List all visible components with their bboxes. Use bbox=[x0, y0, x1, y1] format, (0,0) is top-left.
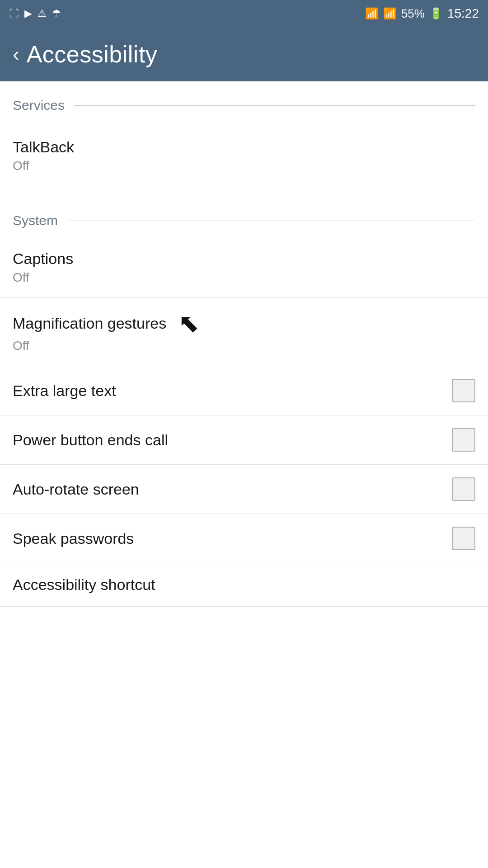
auto-rotate-checkbox[interactable] bbox=[452, 477, 475, 501]
extra-large-text-checkbox[interactable] bbox=[452, 379, 475, 402]
system-section-title: System bbox=[13, 213, 58, 228]
battery-icon: 🔋 bbox=[429, 7, 443, 20]
location-icon: ▶ bbox=[24, 8, 32, 19]
speak-passwords-title: Speak passwords bbox=[13, 530, 452, 547]
services-section-header: Services bbox=[0, 81, 488, 122]
power-button-title: Power button ends call bbox=[13, 431, 452, 449]
content: Services TalkBack Off System Captions Of… bbox=[0, 81, 488, 607]
services-section: Services TalkBack Off bbox=[0, 81, 488, 193]
gallery-icon: ⛶ bbox=[9, 8, 19, 19]
header: ‹ Accessibility bbox=[0, 27, 488, 81]
captions-item[interactable]: Captions Off bbox=[0, 237, 488, 298]
page-title: Accessibility bbox=[27, 41, 158, 68]
back-button[interactable]: ‹ bbox=[13, 44, 19, 64]
extra-large-text-title: Extra large text bbox=[13, 382, 452, 400]
talkback-content: TalkBack Off bbox=[13, 138, 475, 173]
talkback-item[interactable]: TalkBack Off bbox=[0, 122, 488, 189]
weather-icon: ☂ bbox=[52, 8, 61, 19]
status-bar-left-icons: ⛶ ▶ ⚠ ☂ bbox=[9, 8, 61, 19]
battery-percent: 55% bbox=[401, 7, 425, 21]
cursor-arrow-icon: ⬉ bbox=[178, 311, 199, 336]
extra-large-text-item[interactable]: Extra large text bbox=[0, 366, 488, 415]
power-button-item[interactable]: Power button ends call bbox=[0, 415, 488, 465]
speak-passwords-item[interactable]: Speak passwords bbox=[0, 514, 488, 563]
time: 15:22 bbox=[447, 6, 479, 21]
magnification-title-row: Magnification gestures ⬉ bbox=[13, 311, 475, 336]
signal-icon: 📶 bbox=[383, 7, 397, 20]
services-section-title: Services bbox=[13, 98, 65, 113]
magnification-subtitle: Off bbox=[13, 339, 475, 353]
accessibility-shortcut-content: Accessibility shortcut bbox=[13, 576, 475, 594]
speak-passwords-content: Speak passwords bbox=[13, 530, 452, 547]
shield-icon: ⚠ bbox=[38, 8, 47, 19]
system-section: System Captions Off Magnification gestur… bbox=[0, 197, 488, 607]
speak-passwords-checkbox[interactable] bbox=[452, 527, 475, 550]
services-section-divider bbox=[74, 105, 475, 106]
extra-large-text-content: Extra large text bbox=[13, 382, 452, 400]
magnification-gestures-item[interactable]: Magnification gestures ⬉ Off bbox=[0, 298, 488, 366]
power-button-content: Power button ends call bbox=[13, 431, 452, 449]
captions-subtitle: Off bbox=[13, 270, 475, 285]
system-section-header: System bbox=[0, 197, 488, 237]
auto-rotate-item[interactable]: Auto-rotate screen bbox=[0, 465, 488, 514]
system-section-divider bbox=[67, 221, 475, 221]
talkback-title: TalkBack bbox=[13, 138, 475, 156]
captions-title: Captions bbox=[13, 250, 475, 268]
captions-content: Captions Off bbox=[13, 250, 475, 285]
talkback-subtitle: Off bbox=[13, 159, 475, 173]
magnification-content: Magnification gestures ⬉ Off bbox=[13, 311, 475, 353]
status-bar: ⛶ ▶ ⚠ ☂ 📶 📶 55% 🔋 15:22 bbox=[0, 0, 488, 27]
magnification-title: Magnification gestures bbox=[13, 315, 166, 332]
auto-rotate-title: Auto-rotate screen bbox=[13, 481, 452, 498]
power-button-checkbox[interactable] bbox=[452, 428, 475, 452]
accessibility-shortcut-item[interactable]: Accessibility shortcut bbox=[0, 563, 488, 607]
accessibility-shortcut-title: Accessibility shortcut bbox=[13, 576, 475, 594]
wifi-icon: 📶 bbox=[365, 7, 379, 20]
status-bar-right-icons: 📶 📶 55% 🔋 15:22 bbox=[365, 6, 479, 21]
auto-rotate-content: Auto-rotate screen bbox=[13, 481, 452, 498]
